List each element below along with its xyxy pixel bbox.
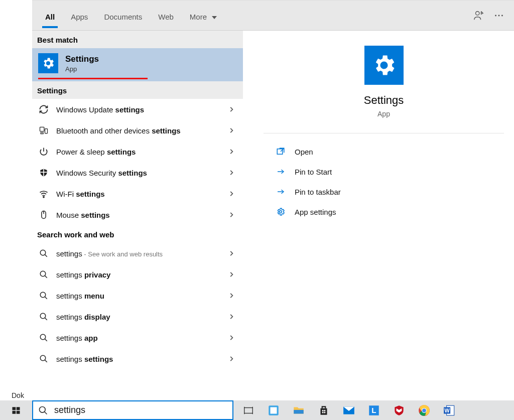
options-icon[interactable] <box>489 1 509 31</box>
action-pin-taskbar[interactable]: Pin to taskbar <box>264 182 504 202</box>
result-label: Bluetooth and other devices settings <box>56 126 221 135</box>
action-open[interactable]: Open <box>264 142 504 162</box>
svg-rect-17 <box>277 149 283 155</box>
settings-result[interactable]: Windows Update settings <box>32 99 243 120</box>
mouse-icon <box>38 209 49 220</box>
result-label: Windows Update settings <box>56 105 221 114</box>
taskbar-app-mcafee[interactable] <box>388 400 410 420</box>
gear-icon <box>364 46 404 85</box>
tab-web[interactable]: Web <box>150 3 182 28</box>
action-app-settings[interactable]: App settings <box>264 202 504 222</box>
taskbar-app-mail[interactable] <box>338 400 360 420</box>
result-label: settings display <box>56 313 221 321</box>
chevron-right-icon <box>228 211 237 218</box>
svg-point-12 <box>40 271 46 276</box>
taskbar-app-store[interactable] <box>313 400 335 420</box>
search-box[interactable] <box>32 400 233 420</box>
shield-icon <box>38 167 49 178</box>
svg-rect-29 <box>322 411 324 413</box>
svg-point-9 <box>43 197 44 198</box>
svg-point-18 <box>280 211 282 213</box>
search-icon <box>38 311 49 322</box>
task-view-icon[interactable] <box>237 400 260 420</box>
svg-rect-20 <box>17 407 20 410</box>
background-window-text: Dok <box>12 391 24 399</box>
detail-app-type: App <box>377 110 390 118</box>
chevron-right-icon <box>228 169 237 176</box>
svg-rect-19 <box>13 407 16 410</box>
result-label: settings privacy <box>56 270 221 279</box>
web-result[interactable]: settings menu <box>32 285 243 306</box>
tab-more[interactable]: More <box>182 3 225 28</box>
svg-point-11 <box>40 250 46 255</box>
chevron-right-icon <box>228 313 237 320</box>
settings-result[interactable]: Windows Security settings <box>32 162 243 183</box>
settings-result[interactable]: Mouse settings <box>32 204 243 225</box>
gear-icon <box>38 53 58 73</box>
result-label: Wi-Fi settings <box>56 190 221 198</box>
chevron-right-icon <box>228 190 237 197</box>
svg-point-1 <box>495 15 496 16</box>
search-input[interactable] <box>53 404 227 416</box>
tab-documents[interactable]: Documents <box>96 3 150 28</box>
svg-rect-28 <box>324 409 326 411</box>
taskbar-app-notepad[interactable] <box>263 400 285 420</box>
web-result[interactable]: settings - See work and web results <box>32 243 243 264</box>
chevron-right-icon <box>228 334 237 341</box>
svg-rect-22 <box>17 410 20 413</box>
web-result[interactable]: settings settings <box>32 348 243 369</box>
action-app-settings-label: App settings <box>295 208 336 216</box>
svg-point-14 <box>40 313 46 319</box>
svg-rect-27 <box>322 409 324 411</box>
wifi-icon <box>38 188 49 199</box>
tab-apps[interactable]: Apps <box>63 3 96 28</box>
web-result[interactable]: settings app <box>32 327 243 348</box>
chevron-right-icon <box>228 355 237 362</box>
search-icon <box>38 353 49 364</box>
action-pin-start[interactable]: Pin to Start <box>264 162 504 182</box>
chevron-right-icon <box>228 292 237 299</box>
settings-result[interactable]: Power & sleep settings <box>32 141 243 162</box>
taskbar-app-word[interactable]: W <box>438 400 460 420</box>
open-icon <box>276 147 286 157</box>
action-pin-taskbar-label: Pin to taskbar <box>295 188 341 196</box>
tab-all[interactable]: All <box>37 3 63 28</box>
chevron-right-icon <box>228 127 237 134</box>
search-icon <box>38 290 49 301</box>
devices-icon <box>38 125 49 136</box>
search-icon <box>38 332 49 343</box>
best-match-subtitle: App <box>65 65 99 73</box>
result-label: settings settings <box>56 355 221 363</box>
refresh-icon <box>38 104 49 115</box>
action-pin-start-label: Pin to Start <box>295 168 332 176</box>
results-pane: Best match Settings App Settings Windows… <box>32 31 243 401</box>
taskbar-app-explorer[interactable] <box>288 400 310 420</box>
svg-point-40 <box>40 406 46 412</box>
chevron-right-icon <box>228 250 237 257</box>
settings-result[interactable]: Wi-Fi settings <box>32 183 243 204</box>
pin-icon <box>276 167 286 177</box>
taskbar-app-chrome[interactable] <box>413 400 435 420</box>
settings-result[interactable]: Bluetooth and other devices settings <box>32 120 243 141</box>
svg-rect-8 <box>40 172 47 173</box>
result-label: settings menu <box>56 292 221 300</box>
feedback-icon[interactable] <box>469 1 489 31</box>
result-label: Power & sleep settings <box>56 148 221 156</box>
section-best-match: Best match <box>32 31 243 48</box>
result-label: settings - See work and web results <box>56 249 221 258</box>
best-match-result[interactable]: Settings App <box>32 48 243 81</box>
chevron-down-icon <box>212 16 217 19</box>
web-result[interactable]: settings display <box>32 306 243 327</box>
chevron-right-icon <box>228 106 237 113</box>
svg-rect-25 <box>271 407 277 413</box>
svg-text:W: W <box>445 407 450 413</box>
taskbar-app-generic[interactable]: L <box>363 400 385 420</box>
start-button[interactable] <box>0 400 32 420</box>
action-open-label: Open <box>295 148 313 156</box>
svg-rect-21 <box>13 410 16 413</box>
svg-rect-26 <box>294 409 304 413</box>
chevron-right-icon <box>228 148 237 155</box>
search-window: All Apps Documents Web More Best match <box>32 0 514 401</box>
web-result[interactable]: settings privacy <box>32 264 243 285</box>
tab-more-label: More <box>190 13 207 21</box>
